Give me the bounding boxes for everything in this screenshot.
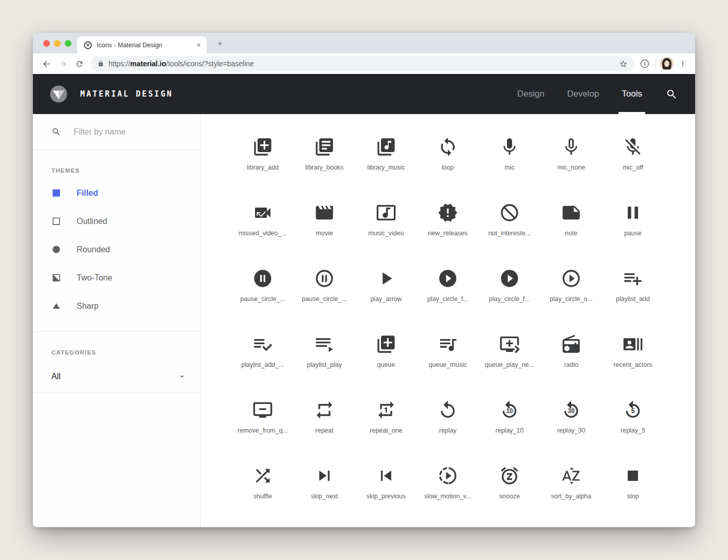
icon-card-note[interactable]: note	[540, 197, 602, 263]
icon-card-playlist_play[interactable]: playlist_play	[294, 329, 355, 395]
search-icon	[51, 127, 61, 137]
icon-card-skip_previous[interactable]: skip_previous	[355, 460, 417, 526]
icon-card-replay_30[interactable]: 30replay_30	[540, 395, 602, 460]
icon-card-mic_off[interactable]: mic_off	[602, 132, 664, 197]
icon-card-queue_music[interactable]: queue_music	[417, 329, 479, 395]
theme-item-filled[interactable]: Filled	[33, 179, 200, 207]
maximize-window-button[interactable]	[65, 40, 71, 47]
icon-card-library_music[interactable]: library_music	[355, 132, 417, 197]
icon-card-slow_motion_video[interactable]: slow_motion_v...	[417, 460, 479, 526]
icon-label: play_arrow	[370, 295, 402, 303]
theme-item-rounded[interactable]: Rounded	[33, 235, 200, 264]
browser-menu-button[interactable]	[676, 57, 690, 71]
reload-button[interactable]	[71, 55, 87, 72]
theme-label: Outlined	[77, 217, 107, 226]
icon-card-music_video[interactable]: music_video	[355, 197, 417, 263]
icon-card-loop[interactable]: loop	[417, 132, 479, 197]
icon-card-library_books[interactable]: library_books	[294, 132, 355, 197]
icon-card-missed_video_call[interactable]: missed_video_...	[232, 197, 294, 263]
playlist_add_check-icon	[252, 334, 273, 354]
icon-label: queue_music	[429, 361, 467, 368]
icon-card-radio[interactable]: radio	[540, 329, 602, 395]
new-tab-button[interactable]	[214, 38, 226, 50]
back-button[interactable]	[38, 55, 54, 72]
url-bar[interactable]: https://material.io/tools/icons/?style=b…	[90, 56, 634, 71]
icon-label: pause	[624, 230, 642, 237]
icon-card-shuffle[interactable]: shuffle	[232, 460, 294, 526]
theme-item-outlined[interactable]: Outlined	[33, 207, 200, 235]
icon-card-repeat_one[interactable]: repeat_one	[355, 395, 417, 460]
icon-label: note	[565, 230, 577, 237]
categories-section-label: CATEGORIES	[51, 349, 200, 356]
shuffle-icon	[252, 465, 273, 486]
category-dropdown[interactable]: All	[33, 361, 200, 393]
icon-label: play_circle_f...	[489, 295, 530, 303]
icon-card-replay[interactable]: replay	[417, 395, 479, 460]
icon-card-stop[interactable]: stop	[602, 460, 664, 526]
sidebar-divider	[33, 393, 200, 393]
slow_motion_video-icon	[438, 465, 458, 486]
icon-card-playlist_add_check[interactable]: playlist_add_...	[232, 329, 294, 395]
icon-card-replay_10[interactable]: 10replay_10	[479, 395, 540, 460]
nav-tools[interactable]: Tools	[622, 74, 642, 114]
nav-develop[interactable]: Develop	[567, 74, 599, 114]
minimize-window-button[interactable]	[54, 40, 61, 47]
icon-card-library_add[interactable]: library_add	[232, 132, 294, 197]
icon-card-not_interested[interactable]: not_intereste...	[479, 197, 540, 263]
icon-label: mic_off	[623, 164, 643, 171]
icon-card-play_arrow[interactable]: play_arrow	[355, 263, 417, 329]
icon-card-mic_none[interactable]: mic_none	[540, 132, 602, 197]
tab-close-icon[interactable]	[196, 42, 202, 48]
icon-label: remove_from_q...	[238, 427, 288, 434]
loop-icon	[438, 137, 458, 157]
filled-theme-icon	[51, 188, 61, 198]
bookmark-star-icon[interactable]	[618, 59, 629, 69]
icon-card-play_circle_filled[interactable]: play_circle_f...	[417, 263, 479, 329]
icon-card-recent_actors[interactable]: recent_actors	[602, 329, 664, 395]
forward-button[interactable]	[54, 55, 71, 72]
icon-card-play_circle_filled_white[interactable]: play_circle_f...	[479, 263, 540, 329]
library_music-icon	[376, 137, 396, 157]
icon-card-queue[interactable]: queue	[355, 329, 417, 395]
replay_5-icon: 5	[623, 400, 643, 420]
icon-card-pause_circle_outline[interactable]: pause_circle_...	[294, 263, 355, 329]
icon-card-sort_by_alpha[interactable]: sort_by_alpha	[540, 460, 602, 526]
icon-card-movie[interactable]: movie	[294, 197, 355, 263]
icon-label: queue	[377, 361, 395, 368]
queue-icon	[376, 334, 396, 354]
profile-avatar[interactable]	[660, 57, 674, 70]
extension-icon[interactable]: 1	[638, 57, 651, 70]
queue_play_next-icon	[499, 334, 520, 354]
theme-item-sharp[interactable]: Sharp	[33, 292, 200, 320]
icon-card-playlist_add[interactable]: playlist_add	[602, 263, 664, 329]
mic-icon	[499, 137, 520, 157]
icon-card-new_releases[interactable]: new_releases	[417, 197, 479, 263]
theme-item-two-tone[interactable]: Two-Tone	[33, 264, 200, 292]
filter-input[interactable]	[74, 127, 190, 137]
nav-design[interactable]: Design	[517, 74, 544, 114]
icon-card-skip_next[interactable]: skip_next	[294, 460, 355, 526]
icon-card-repeat[interactable]: repeat	[294, 395, 355, 460]
icon-card-snooze[interactable]: snooze	[479, 460, 540, 526]
sharp-theme-icon	[51, 301, 61, 311]
icon-card-pause_circle_filled[interactable]: pause_circle_...	[232, 263, 294, 329]
music_video-icon	[376, 202, 396, 223]
icon-label: recent_actors	[613, 361, 652, 368]
header-search-icon[interactable]	[666, 88, 678, 100]
icon-card-pause[interactable]: pause	[602, 197, 664, 263]
icon-card-queue_play_next[interactable]: queue_play_ne...	[479, 329, 540, 395]
icon-card-mic[interactable]: mic	[479, 132, 540, 197]
icon-card-play_circle_outline[interactable]: play_circle_o...	[540, 263, 602, 329]
sort_by_alpha-icon	[561, 465, 581, 486]
svg-text:10: 10	[506, 407, 513, 415]
icon-label: pause_circle_...	[302, 295, 347, 303]
movie-icon	[314, 202, 335, 223]
icon-label: new_releases	[428, 230, 467, 237]
icon-card-remove_from_queue[interactable]: remove_from_q...	[232, 395, 294, 460]
icon-label: skip_previous	[367, 493, 406, 500]
icon-card-replay_5[interactable]: 5replay_5	[602, 395, 664, 460]
play_arrow-icon	[376, 268, 396, 289]
close-window-button[interactable]	[43, 40, 50, 47]
browser-tab[interactable]: Icons - Material Design	[77, 36, 207, 53]
missed_video_call-icon	[252, 202, 273, 223]
